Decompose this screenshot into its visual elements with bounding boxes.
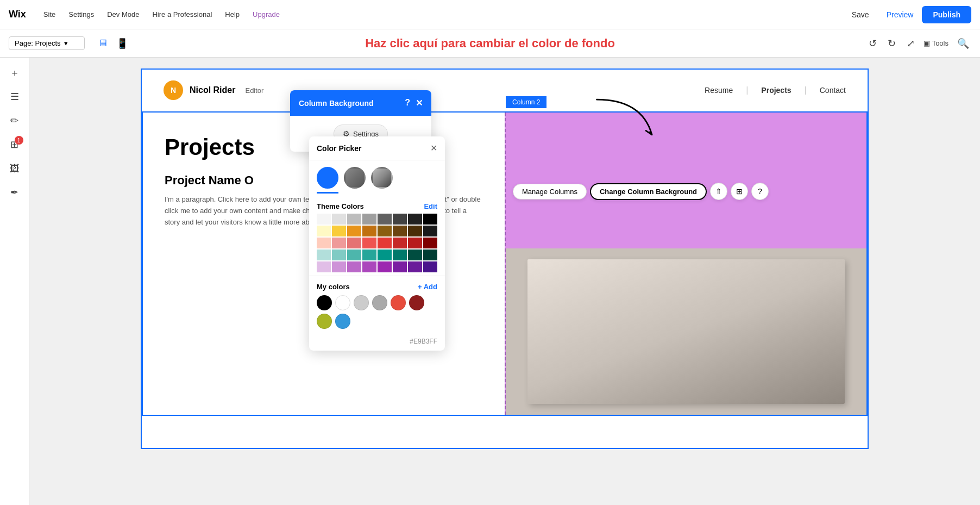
theme-swatch[interactable] [423,250,437,260]
move-up-button[interactable]: ⇑ [710,183,727,200]
theme-swatch[interactable] [362,226,376,236]
copy-column-button[interactable]: ⊞ [731,183,748,200]
theme-swatch[interactable] [423,226,437,236]
site-name: Nicol Rider [190,85,235,95]
my-color-dot[interactable] [317,295,332,310]
theme-swatch[interactable] [362,250,376,260]
nav-settings[interactable]: Settings [62,10,100,18]
nav-resume[interactable]: Resume [705,86,733,95]
col-bg-close-icon[interactable]: ✕ [416,98,423,108]
nav-contact[interactable]: Contact [820,86,846,95]
pages-icon: ☰ [10,91,19,103]
theme-colors-edit-link[interactable]: Edit [424,202,437,210]
desktop-view-button[interactable]: 🖥 [96,35,110,52]
col-bg-help-icon[interactable]: ? [405,98,410,108]
theme-swatch[interactable] [332,226,346,236]
blog-button[interactable]: ✒ [4,182,26,203]
help-column-button[interactable]: ? [751,183,769,200]
gradient2-color-mode[interactable] [371,167,393,189]
theme-swatch[interactable] [408,214,422,225]
theme-swatch[interactable] [423,261,437,272]
instruction-text: Haz clic aquí para cambiar el color de f… [365,36,615,51]
theme-swatch[interactable] [393,261,407,272]
theme-row-4 [317,261,437,272]
design-button[interactable]: ✏ [4,110,26,132]
column-right-label: Column 2 [506,96,546,108]
theme-swatch[interactable] [378,214,392,225]
preview-button[interactable]: Preview [878,10,922,19]
page-selector[interactable]: Page: Projects ▾ [9,36,85,50]
theme-swatch[interactable] [347,214,361,225]
theme-swatch[interactable] [332,238,346,248]
publish-button[interactable]: Publish [922,6,971,23]
nav-sep-2: | [805,85,807,95]
theme-swatch[interactable] [393,214,407,225]
theme-swatch[interactable] [423,238,437,248]
theme-swatch[interactable] [408,261,422,272]
theme-swatch[interactable] [393,250,407,260]
save-button[interactable]: Save [843,10,878,19]
pages-button[interactable]: ☰ [4,86,26,108]
manage-columns-button[interactable]: Manage Columns [513,184,587,199]
nav-upgrade[interactable]: Upgrade [246,10,286,18]
theme-swatch[interactable] [347,238,361,248]
add-color-link[interactable]: + Add [418,283,437,291]
media-button[interactable]: 🖼 [4,158,26,179]
theme-swatch[interactable] [393,226,407,236]
color-picker-close[interactable]: ✕ [430,143,437,153]
theme-swatch[interactable] [378,238,392,248]
theme-swatch[interactable] [362,261,376,272]
change-column-background-button[interactable]: Change Column Background [590,183,707,200]
theme-swatch[interactable] [378,226,392,236]
nav-help[interactable]: Help [218,10,246,18]
my-color-dot[interactable] [409,295,424,310]
theme-swatch[interactable] [408,226,422,236]
redo-button[interactable]: ↻ [885,35,898,52]
theme-swatch[interactable] [317,214,331,225]
theme-swatch[interactable] [332,214,346,225]
toolbar-right: ↺ ↻ ⤢ ▣ Tools 🔍 [866,35,971,52]
theme-swatch[interactable] [423,214,437,225]
theme-swatch[interactable] [332,250,346,260]
theme-swatch[interactable] [362,238,376,248]
my-color-dot[interactable] [335,295,350,310]
theme-swatch[interactable] [408,238,422,248]
theme-swatch[interactable] [378,250,392,260]
theme-swatch[interactable] [378,261,392,272]
theme-swatch[interactable] [393,238,407,248]
theme-swatch[interactable] [317,226,331,236]
column-right[interactable]: Column 2 [505,113,866,415]
theme-swatch[interactable] [408,250,422,260]
nav-site[interactable]: Site [37,10,62,18]
theme-swatch[interactable] [347,226,361,236]
theme-swatch[interactable] [347,250,361,260]
nav-devmode[interactable]: Dev Mode [100,10,146,18]
mobile-view-button[interactable]: 📱 [114,35,130,52]
solid-color-mode[interactable] [317,167,338,189]
theme-swatch[interactable] [317,238,331,248]
theme-swatch[interactable] [317,261,331,272]
undo-button[interactable]: ↺ [866,35,879,52]
my-color-dot[interactable] [335,314,350,329]
my-color-dot[interactable] [354,295,369,310]
nav-projects[interactable]: Projects [761,86,791,95]
my-color-dot[interactable] [372,295,387,310]
nav-hire[interactable]: Hire a Professional [146,10,218,18]
two-column-section: Projects Project Name O I'm a paragraph.… [142,111,868,416]
tools-button[interactable]: ▣ Tools [924,39,948,47]
theme-swatch[interactable] [362,214,376,225]
add-element-button[interactable]: ＋ [4,62,26,84]
search-button[interactable]: 🔍 [955,35,971,52]
theme-swatch[interactable] [317,250,331,260]
theme-swatch[interactable] [332,261,346,272]
canvas[interactable]: N Nicol Rider Editor Resume | Projects |… [29,58,980,505]
hex-value-display: #E9B3FF [309,334,445,351]
my-color-dot[interactable] [317,314,332,329]
theme-swatch[interactable] [347,261,361,272]
fit-screen-button[interactable]: ⤢ [904,35,917,52]
theme-row-1 [317,226,437,236]
col-bg-title: Column Background [299,99,374,108]
apps-button[interactable]: ⊞ 1 [4,134,26,155]
gradient1-color-mode[interactable] [344,167,366,189]
my-color-dot[interactable] [391,295,406,310]
